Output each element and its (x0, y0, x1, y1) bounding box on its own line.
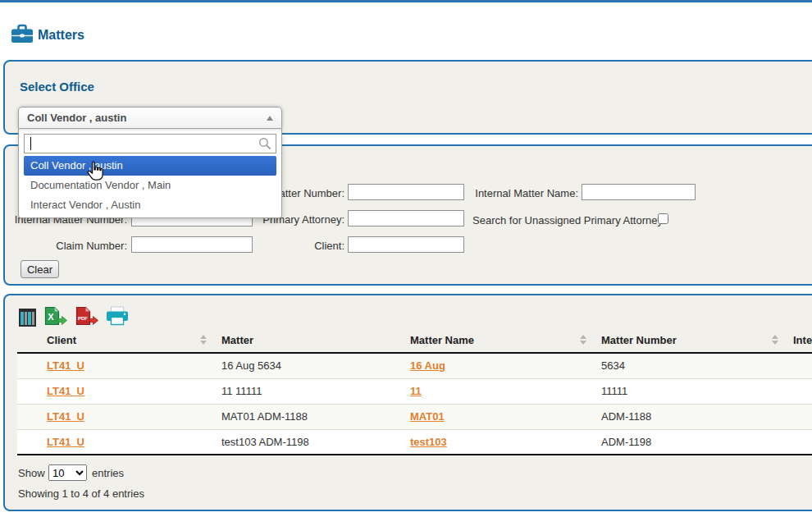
search-icon (258, 137, 271, 153)
clear-button[interactable]: Clear (21, 260, 59, 278)
client-link[interactable]: LT41_U (47, 385, 84, 397)
column-header-matter-number-label: Matter Number (601, 334, 677, 346)
table-row: LT41_U test103 ADM-1198 test103 ADM-1198 (17, 429, 812, 455)
office-option-interact-vendor[interactable]: Interact Vendor , Austin (24, 195, 276, 215)
show-label: Show (18, 467, 45, 479)
matter-cell: test103 ADM-1198 (221, 429, 410, 455)
matter-number-cell: 5634 (601, 353, 793, 378)
client-label: Client: (189, 240, 344, 252)
column-visibility-icon[interactable] (19, 309, 36, 327)
mouse-hand-cursor-icon (84, 160, 105, 186)
column-header-matter-label: Matter (221, 334, 253, 346)
office-option-documentation-vendor[interactable]: Documentation Vendor , Main (24, 176, 276, 195)
office-option-coll-vendor[interactable]: Coll Vendor , austin (24, 156, 276, 176)
office-search-box (24, 134, 276, 153)
text-caret (30, 137, 31, 150)
table-toolbar: X PDF (19, 307, 129, 327)
matter-name-link[interactable]: 11 (410, 385, 422, 397)
matters-table: Client Matter Matter Name Matter Number … (17, 328, 812, 455)
office-select-dropdown: Coll Vendor , austin Documentation Vendo… (18, 129, 282, 218)
page-title: Matters (38, 28, 84, 43)
matter-name-link[interactable]: 16 Aug (410, 359, 445, 372)
matter-name-link[interactable]: MAT01 (410, 410, 445, 423)
matter-cell: 16 Aug 5634 (221, 353, 410, 378)
column-header-matter-name-label: Matter Name (410, 334, 474, 346)
matter-number-cell: ADM-1188 (601, 404, 793, 429)
column-header-matter-number[interactable]: Matter Number (601, 328, 793, 353)
column-header-internal-label: Inter (793, 334, 812, 346)
export-pdf-icon[interactable]: PDF (75, 306, 98, 329)
client-input[interactable] (348, 236, 464, 253)
table-row: LT41_U 11 11111 11 11111 (17, 378, 812, 404)
matter-number-cell: ADM-1198 (601, 429, 793, 455)
page-size-select[interactable]: 10 (48, 464, 87, 481)
column-header-client-label: Client (47, 334, 76, 346)
top-divider (0, 0, 812, 2)
client-link[interactable]: LT41_U (47, 359, 84, 372)
matter-number-input[interactable] (348, 184, 464, 200)
sort-icon (200, 335, 207, 345)
matter-number-cell: 11111 (601, 378, 793, 404)
table-row: LT41_U MAT01 ADM-1188 MAT01 ADM-1188 (17, 404, 812, 429)
briefcase-icon (11, 24, 34, 47)
column-header-matter[interactable]: Matter (221, 328, 410, 353)
matter-cell: 11 11111 (221, 378, 410, 404)
internal-matter-name-label: Internal Matter Name: (472, 187, 578, 199)
office-select-value: Coll Vendor , austin (27, 112, 267, 124)
select-office-title: Select Office (20, 80, 94, 94)
export-excel-icon[interactable]: X (43, 306, 67, 329)
column-header-matter-name[interactable]: Matter Name (410, 328, 601, 353)
table-row: LT41_U 16 Aug 5634 16 Aug 5634 (17, 353, 812, 378)
collapse-arrow-icon (267, 116, 273, 121)
matter-name-link[interactable]: test103 (410, 436, 447, 448)
claim-number-label: Claim Number: (8, 240, 127, 252)
column-header-internal[interactable]: Inter (793, 328, 812, 353)
client-link[interactable]: LT41_U (47, 436, 84, 448)
office-search-input[interactable] (24, 134, 276, 153)
matter-cell: MAT01 ADM-1188 (221, 404, 410, 429)
office-option-list: Coll Vendor , austin Documentation Vendo… (24, 156, 276, 215)
sort-icon (580, 335, 586, 345)
sort-icon (772, 335, 778, 345)
unassigned-primary-attorney-label: Search for Unassigned Primary Attorney: (472, 214, 666, 226)
client-link[interactable]: LT41_U (47, 410, 84, 423)
svg-text:PDF: PDF (78, 315, 88, 320)
internal-matter-name-input[interactable] (582, 184, 696, 200)
office-select[interactable]: Coll Vendor , austin (18, 107, 282, 129)
matters-page: Matters Select Office Matter Number: Int… (0, 0, 812, 517)
unassigned-primary-attorney-checkbox[interactable] (658, 213, 668, 224)
table-summary: Showing 1 to 4 of 4 entries (18, 487, 144, 500)
table-header-row: Client Matter Matter Name Matter Number … (17, 328, 812, 353)
svg-text:X: X (48, 312, 54, 322)
primary-attorney-input[interactable] (348, 210, 464, 226)
column-header-client[interactable]: Client (17, 328, 221, 353)
entries-label: entries (92, 467, 124, 479)
print-icon[interactable] (106, 306, 129, 328)
